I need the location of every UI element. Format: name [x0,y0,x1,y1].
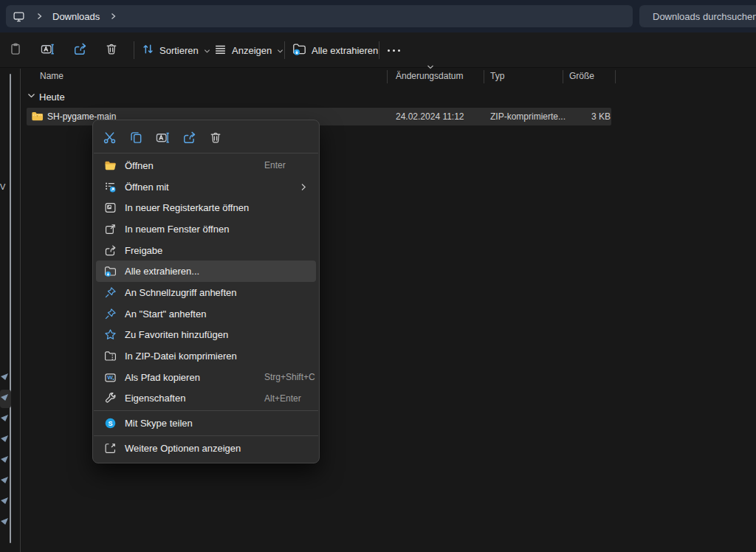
menu-item-neue-registerkarte[interactable]: In neuer Registerkarte öffnen [96,197,316,218]
chevron-right-icon[interactable] [110,13,117,20]
sort-icon [142,43,154,58]
menu-item-zip-komprimieren[interactable]: In ZIP-Datei komprimieren [96,345,316,367]
menu-item-label: Öffnen [125,160,154,171]
pin-icon [104,286,117,299]
menu-item-neues-fenster[interactable]: In neuem Fenster öffnen [96,218,316,240]
column-header-modified[interactable]: Änderungsdatum [396,71,463,81]
sort-label: Sortieren [159,45,199,56]
see-more-icon [388,49,400,52]
menu-item-label: Alle extrahieren... [125,266,199,277]
group-collapse-chevron-icon[interactable] [27,93,35,99]
share-button[interactable] [67,38,92,63]
nav-folder-icon[interactable] [1,497,8,504]
rename-icon [41,42,55,59]
cut-button[interactable] [99,127,120,148]
nav-folder-icon[interactable] [1,456,8,463]
menu-item-eigenschaften[interactable]: Eigenschaften Alt+Enter [96,388,316,410]
sort-button[interactable]: Sortieren [139,38,213,63]
menu-item-skype-teilen[interactable]: S Mit Skype teilen [96,413,316,434]
menu-item-label: Öffnen mit [125,182,169,193]
nav-pane-scrollbar[interactable] [10,74,11,543]
delete-button[interactable] [205,127,226,148]
group-label[interactable]: Heute [39,92,65,103]
column-separator [563,70,563,83]
share-icon [104,244,117,257]
rename-button[interactable] [152,127,173,148]
see-more-button[interactable] [381,38,406,63]
menu-item-label: Zu Favoriten hinzufügen [125,329,228,340]
menu-item-pfad-kopieren[interactable]: W Als Pfad kopieren Strg+Shift+C [96,367,316,388]
context-menu: Öffnen Enter Öffnen mit In neuer Registe… [92,120,320,463]
menu-item-label: An Schnellzugriff anheften [125,287,237,298]
rename-button[interactable] [35,38,60,63]
paste-button[interactable] [3,38,28,63]
menu-item-label: Als Pfad kopieren [125,372,200,383]
menu-item-label: Mit Skype teilen [125,418,193,429]
menu-item-weitere-optionen[interactable]: Weitere Optionen anzeigen [96,438,316,459]
command-toolbar: Sortieren Anzeigen Alle extrahieren [0,32,756,68]
file-size: 3 KB [550,111,611,122]
column-separator [387,70,388,83]
view-list-icon [214,43,227,58]
column-header-type[interactable]: Typ [490,71,504,81]
menu-item-shortcut: Alt+Enter [264,393,301,404]
extract-all-label: Alle extrahieren [312,45,378,56]
submenu-chevron-icon [300,183,306,191]
paste-icon [9,42,22,58]
column-header-name[interactable]: Name [40,71,63,81]
nav-folder-icon[interactable] [1,415,8,421]
nav-folder-icon[interactable] [1,518,8,525]
delete-button[interactable] [99,38,124,63]
zip-folder-icon [31,110,44,123]
view-button[interactable]: Anzeigen [211,38,286,63]
toolbar-divider [284,41,285,59]
menu-item-label: In ZIP-Datei komprimieren [125,351,237,362]
star-icon [104,328,117,341]
menu-item-shortcut: Enter [264,160,286,170]
nav-folder-icon[interactable] [1,373,8,380]
menu-item-start-anheften[interactable]: An "Start" anheften [96,303,316,325]
menu-item-shortcut: Strg+Shift+C [264,372,315,382]
menu-separator [94,410,318,411]
menu-item-oeffnen[interactable]: Öffnen Enter [96,155,316,176]
show-more-options-icon [104,442,117,455]
column-separator [484,70,484,83]
svg-text:S: S [108,420,112,427]
share-button[interactable] [179,127,199,148]
menu-item-favoriten-hinzufuegen[interactable]: Zu Favoriten hinzufügen [96,325,316,346]
menu-item-label: Freigabe [125,245,162,256]
zip-folder-icon [104,350,117,362]
file-modified: 24.02.2024 11:12 [396,111,464,122]
column-header-size[interactable]: Größe [569,71,594,81]
menu-item-schnellzugriff-anheften[interactable]: An Schnellzugriff anheften [96,282,316,303]
nav-folder-icon[interactable] [1,477,8,483]
quick-actions-row [93,123,319,151]
copy-button[interactable] [126,127,146,148]
menu-item-freigabe[interactable]: Freigabe [96,240,316,261]
wrench-icon [104,392,117,404]
toolbar-divider [379,41,379,59]
chevron-down-icon [204,44,210,57]
breadcrumb-downloads[interactable]: Downloads [52,11,100,22]
search-input[interactable]: Downloads durchsuchen [639,5,756,27]
open-with-icon [104,181,117,193]
chevron-down-icon [277,44,284,57]
folder-open-icon [104,159,117,172]
svg-text:W: W [107,374,113,381]
pin-icon [104,308,117,320]
extract-all-button[interactable]: Alle extrahieren [289,38,381,63]
sort-direction-icon [427,65,434,69]
menu-item-oeffnen-mit[interactable]: Öffnen mit [96,176,316,198]
copy-path-icon: W [104,371,117,384]
share-icon [73,42,87,59]
extract-all-icon [104,265,117,277]
menu-item-alle-extrahieren[interactable]: Alle extrahieren... [96,261,316,282]
menu-item-label: In neuer Registerkarte öffnen [125,202,249,213]
address-bar[interactable]: Downloads [6,5,633,27]
nav-pane-divider [20,69,21,552]
trash-icon [105,42,118,58]
monitor-icon[interactable] [13,10,25,23]
new-tab-icon [104,201,117,214]
extract-all-icon [292,42,306,59]
nav-folder-icon[interactable] [1,435,8,442]
